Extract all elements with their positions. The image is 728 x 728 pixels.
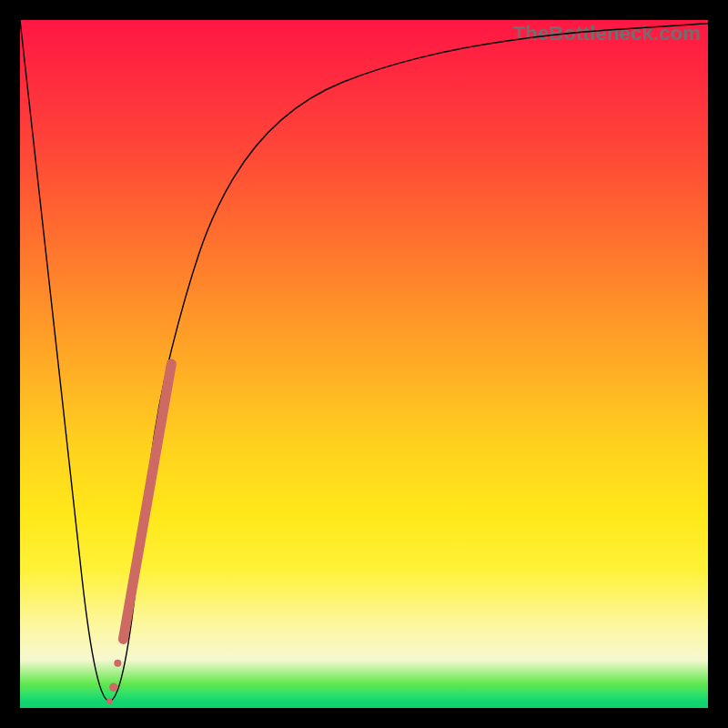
chart-svg — [20, 20, 708, 708]
marker-dot — [106, 698, 112, 703]
marker-dot — [114, 660, 121, 667]
marker-dot — [109, 683, 118, 693]
bottleneck-curve-path — [20, 20, 708, 701]
chart-frame: TheBottleneck.com — [0, 0, 728, 728]
marker-group — [106, 364, 171, 704]
plot-area: TheBottleneck.com — [20, 20, 708, 708]
marker-segment — [123, 364, 171, 639]
